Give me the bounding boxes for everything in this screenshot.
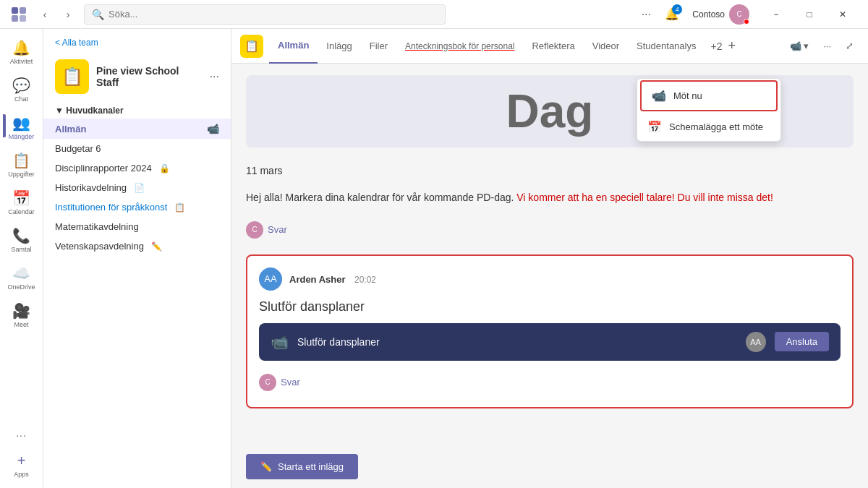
nav-buttons: ‹ › bbox=[35, 4, 78, 25]
more-icon: ··· bbox=[16, 429, 27, 441]
window-controls: − □ ✕ bbox=[760, 3, 859, 26]
tab-anteckningsbok[interactable]: Anteckningsbok för personal bbox=[396, 29, 523, 64]
tab-more-button[interactable]: +2 bbox=[705, 40, 728, 52]
tab-more-options-button[interactable]: ··· bbox=[817, 38, 837, 54]
channel-item-institution[interactable]: Institutionen för språkkonst 📋 bbox=[43, 197, 231, 217]
sidebar-item-calendar[interactable]: 📅 Calendar bbox=[3, 185, 41, 220]
notifications-button[interactable]: 🔔 4 bbox=[662, 4, 682, 25]
search-bar: 🔍 bbox=[84, 4, 446, 25]
sidebar-item-chat[interactable]: 💬 Chat bbox=[3, 72, 41, 107]
tab-add-button[interactable]: + bbox=[728, 38, 736, 53]
sidebar-item-ondrive[interactable]: ☁️ OneDrive bbox=[3, 260, 41, 295]
channel-item-vetenskap[interactable]: Vetenskapsavdelning ✏️ bbox=[43, 236, 231, 256]
content-area: 📋 Allmän Inlägg Filer Anteckningsbok för… bbox=[231, 29, 868, 488]
tab-bar: 📋 Allmän Inlägg Filer Anteckningsbok för… bbox=[231, 29, 868, 64]
main-layout: 🔔 Aktivitet 💬 Chat 👥 Mängder 📋 Uppgifter… bbox=[0, 29, 868, 488]
tab-reflektera[interactable]: Reflektera bbox=[523, 29, 583, 64]
tab-allman[interactable]: Allmän bbox=[269, 29, 318, 64]
channel-name: Vetenskapsavdelning bbox=[55, 241, 144, 252]
sidebar-item-mangder[interactable]: 👥 Mängder bbox=[3, 110, 41, 145]
message-time: 20:02 bbox=[354, 275, 376, 285]
start-post-button[interactable]: ✏️ Starta ett inlägg bbox=[246, 454, 358, 479]
dropdown-item-mot-nu[interactable]: 📹 Möt nu bbox=[640, 80, 778, 111]
title-bar: ‹ › 🔍 ··· 🔔 4 Contoso C − □ ✕ bbox=[0, 0, 868, 29]
dropdown-item-schemalagga[interactable]: 📅 Schemalägga ett möte bbox=[637, 113, 780, 141]
reply-link-1[interactable]: C Svar bbox=[246, 217, 854, 243]
video-icon: 🎥 bbox=[12, 302, 30, 320]
team-more-button[interactable]: ··· bbox=[210, 70, 219, 83]
message-author-avatar: AA bbox=[259, 267, 282, 291]
channel-name: Disciplinrapporter 2024 bbox=[55, 163, 152, 174]
meeting-participant-avatar: AA bbox=[746, 332, 766, 352]
clipboard-icon: 📋 bbox=[174, 202, 185, 213]
message-card-header: AA Arden Asher 20:02 bbox=[259, 267, 841, 291]
tab-bar-right: 📹 ▾ ··· ⤢ bbox=[784, 38, 859, 54]
svg-rect-3 bbox=[20, 15, 26, 22]
back-button[interactable]: ‹ bbox=[35, 4, 55, 25]
channel-item-matematik[interactable]: Matematikavdelning bbox=[43, 217, 231, 236]
tab-bar-icon: 📋 bbox=[240, 35, 263, 58]
message-author-name: Arden Asher bbox=[289, 274, 346, 285]
tab-videor[interactable]: Videor bbox=[584, 29, 628, 64]
expand-button[interactable]: ⤢ bbox=[840, 38, 859, 54]
message-card-title: Slutför dansplaner bbox=[259, 299, 841, 314]
sidebar-item-apps[interactable]: + Apps bbox=[3, 448, 41, 482]
message-author-info: Arden Asher 20:02 bbox=[289, 273, 376, 286]
tab-inlagg[interactable]: Inlägg bbox=[318, 29, 360, 64]
team-info: 📋 Pine view School Staff ··· bbox=[43, 53, 231, 103]
avatar-status bbox=[744, 19, 749, 25]
compose-bar: ✏️ Starta ett inlägg bbox=[231, 445, 868, 488]
pencil-icon: ✏️ bbox=[151, 241, 162, 252]
account-button[interactable]: Contoso C bbox=[688, 3, 754, 26]
forward-button[interactable]: › bbox=[58, 4, 78, 25]
channel-name: Historikavdelning bbox=[55, 182, 127, 193]
sidebar-item-more[interactable]: ··· bbox=[3, 425, 41, 445]
sidebar-item-meet[interactable]: 🎥 Meet bbox=[3, 298, 41, 333]
video-indicator-icon: 📹 bbox=[207, 123, 219, 134]
tasks-icon: 📋 bbox=[12, 152, 30, 169]
meeting-join-title: Slutför dansplaner bbox=[297, 336, 737, 348]
close-button[interactable]: ✕ bbox=[826, 3, 859, 26]
reply-link-2[interactable]: C Svar bbox=[259, 369, 841, 395]
channel-list: < Alla team 📋 Pine view School Staff ···… bbox=[43, 29, 231, 488]
search-input[interactable] bbox=[109, 9, 438, 20]
svg-rect-0 bbox=[12, 7, 18, 14]
back-to-teams-button[interactable]: < Alla team bbox=[55, 38, 98, 48]
dropdown-item-label: Schemalägga ett möte bbox=[669, 121, 763, 132]
notification-badge: 4 bbox=[672, 4, 682, 14]
channel-item-allman[interactable]: Allmän 📹 bbox=[43, 119, 231, 139]
sidebar-item-uppgifter[interactable]: 📋 Uppgifter bbox=[3, 147, 41, 182]
tab-studentanalys[interactable]: Studentanalys bbox=[628, 29, 705, 64]
schedule-icon: 📅 bbox=[647, 120, 662, 134]
doc-icon: 📄 bbox=[134, 183, 145, 193]
date-label: 11 mars bbox=[246, 165, 854, 176]
channel-name: Allmän bbox=[55, 124, 86, 134]
search-icon: 🔍 bbox=[92, 9, 104, 20]
message-body-highlight: Vi kommer att ha en speciell talare! Du … bbox=[516, 192, 773, 203]
video-call-button[interactable]: 📹 ▾ bbox=[784, 38, 815, 54]
dropdown-item-label: Möt nu bbox=[673, 90, 702, 101]
team-name: Pine view School Staff bbox=[96, 65, 203, 88]
reply-text-1: Svar bbox=[268, 224, 287, 235]
team-icon: 📋 bbox=[55, 59, 89, 94]
minimize-button[interactable]: − bbox=[760, 3, 793, 26]
channel-name: Budgetar 6 bbox=[55, 143, 101, 154]
message-body: Hej alla! Markera dina kalendrar för vår… bbox=[246, 191, 854, 205]
more-options-button[interactable]: ··· bbox=[636, 4, 656, 25]
channel-item-disciplin[interactable]: Disciplinrapporter 2024 🔒 bbox=[43, 158, 231, 178]
chat-icon: 💬 bbox=[12, 77, 30, 94]
user-avatar: C bbox=[729, 4, 749, 25]
edit-icon: ✏️ bbox=[260, 461, 272, 472]
channel-item-historik[interactable]: Historikavdelning 📄 bbox=[43, 178, 231, 197]
svg-rect-1 bbox=[20, 7, 26, 14]
join-meeting-button[interactable]: Ansluta bbox=[775, 332, 829, 351]
sidebar-item-samtal[interactable]: 📞 Samtal bbox=[3, 223, 41, 257]
lock-icon: 🔒 bbox=[159, 163, 170, 174]
bell-icon: 🔔 bbox=[12, 39, 30, 56]
message-card: AA Arden Asher 20:02 Slutför dansplaner … bbox=[246, 254, 854, 408]
channel-item-budgetar[interactable]: Budgetar 6 bbox=[43, 139, 231, 158]
tab-filer[interactable]: Filer bbox=[361, 29, 396, 64]
sidebar-icons: 🔔 Aktivitet 💬 Chat 👥 Mängder 📋 Uppgifter… bbox=[0, 29, 43, 488]
sidebar-item-aktivitet[interactable]: 🔔 Aktivitet bbox=[3, 35, 41, 69]
maximize-button[interactable]: □ bbox=[793, 3, 826, 26]
